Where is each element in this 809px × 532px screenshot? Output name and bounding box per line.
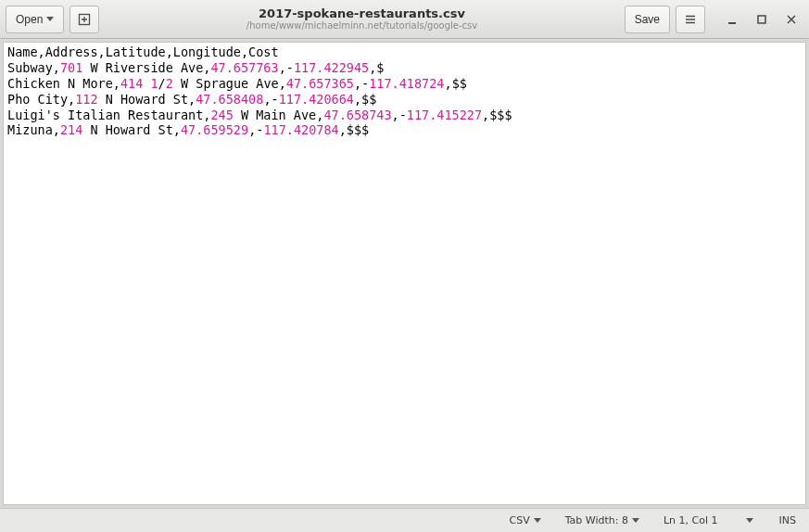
- window-subtitle: /home/www/michaelminn.net/tutorials/goog…: [105, 20, 618, 32]
- cursor-position-label: Ln 1, Col 1: [664, 514, 718, 526]
- token-text: N Howard St,: [98, 92, 196, 107]
- language-selector[interactable]: CSV: [505, 513, 544, 528]
- token-text: ,$$$: [482, 108, 512, 122]
- token-number: 214: [60, 122, 82, 137]
- token-text: W Main Ave,: [234, 108, 324, 122]
- editor-view[interactable]: Name,Address,Latitude,Longitude,CostSubw…: [3, 42, 806, 505]
- token-text: ,-: [392, 108, 407, 122]
- maximize-button[interactable]: [750, 7, 774, 32]
- editor-line: Name,Address,Latitude,Longitude,Cost: [7, 44, 802, 60]
- token-text: ,$$: [445, 76, 467, 91]
- headerbar: Open 2017-spokane-restaurants.csv /home/…: [0, 0, 809, 39]
- svg-rect-2: [758, 16, 765, 23]
- token-text: ,-: [354, 76, 369, 91]
- cursor-position[interactable]: Ln 1, Col 1: [660, 513, 757, 528]
- new-tab-button[interactable]: [70, 6, 99, 33]
- editor-line: Chicken N More,414 1/2 W Sprague Ave,47.…: [7, 76, 802, 92]
- tab-width-label: Tab Width: 8: [565, 514, 628, 526]
- token-text: ,$: [369, 60, 384, 75]
- window-title: 2017-spokane-restaurants.csv: [105, 6, 618, 21]
- token-text: ,$$$: [339, 122, 370, 137]
- token-number: 47.658408: [196, 92, 263, 107]
- token-text: W Riverside Ave,: [82, 60, 210, 75]
- save-button[interactable]: Save: [625, 6, 670, 33]
- token-number: 117.422945: [294, 60, 369, 75]
- chevron-down-icon: [534, 518, 541, 523]
- token-text: W Sprague Ave,: [173, 76, 286, 91]
- minimize-button[interactable]: [720, 7, 744, 32]
- minimize-icon: [727, 14, 738, 25]
- token-text: Luigi's Italian Restaurant,: [7, 108, 210, 122]
- menu-button[interactable]: [676, 6, 705, 33]
- open-button-label: Open: [16, 13, 43, 26]
- editor-line: Pho City,112 N Howard St,47.658408,-117.…: [7, 92, 802, 108]
- chevron-down-icon: [46, 17, 54, 21]
- token-number: 47.658743: [323, 108, 391, 122]
- close-icon: [786, 14, 797, 25]
- token-text: Name,Address,Latitude,Longitude,Cost: [7, 44, 279, 59]
- token-text: Pho City,: [7, 92, 75, 107]
- token-text: ,-: [263, 92, 278, 107]
- token-number: 47.657763: [210, 60, 278, 75]
- statusbar: CSV Tab Width: 8 Ln 1, Col 1 INS: [0, 508, 809, 532]
- close-button[interactable]: [779, 7, 803, 32]
- title-block: 2017-spokane-restaurants.csv /home/www/m…: [105, 6, 618, 32]
- hamburger-icon: [684, 13, 697, 26]
- token-number: 701: [60, 60, 82, 75]
- new-document-icon: [78, 13, 91, 26]
- token-number: 117.415227: [407, 108, 482, 122]
- token-number: 1: [150, 76, 158, 91]
- editor-line: Mizuna,214 N Howard St,47.659529,-117.42…: [7, 122, 802, 138]
- token-text: Subway,: [7, 60, 60, 75]
- chevron-down-icon: [746, 518, 753, 523]
- save-button-label: Save: [635, 13, 660, 26]
- token-number: 2: [166, 76, 173, 91]
- chevron-down-icon: [632, 518, 639, 523]
- token-text: ,-: [248, 122, 263, 137]
- token-number: 117.420664: [279, 92, 354, 107]
- token-number: 117.418724: [369, 76, 444, 91]
- language-label: CSV: [509, 514, 529, 526]
- token-text: N Howard St,: [82, 122, 181, 137]
- token-text: Mizuna,: [7, 122, 60, 137]
- token-number: 47.657365: [286, 76, 354, 91]
- token-number: 47.659529: [181, 122, 248, 137]
- token-number: 245: [210, 108, 233, 122]
- maximize-icon: [756, 14, 767, 25]
- token-number: 117.420784: [263, 122, 338, 137]
- token-text: /: [158, 76, 166, 91]
- insert-mode[interactable]: INS: [774, 513, 802, 528]
- tab-width-selector[interactable]: Tab Width: 8: [562, 513, 643, 528]
- token-text: Chicken N More,: [7, 76, 120, 91]
- editor-line: Luigi's Italian Restaurant,245 W Main Av…: [7, 108, 802, 123]
- token-number: 112: [75, 92, 97, 107]
- editor-line: Subway,701 W Riverside Ave,47.657763,-11…: [7, 60, 802, 76]
- token-text: ,$$: [354, 92, 376, 107]
- token-number: 414: [120, 76, 143, 91]
- open-button[interactable]: Open: [6, 6, 64, 33]
- token-text: ,-: [279, 60, 294, 75]
- svg-rect-1: [728, 22, 736, 24]
